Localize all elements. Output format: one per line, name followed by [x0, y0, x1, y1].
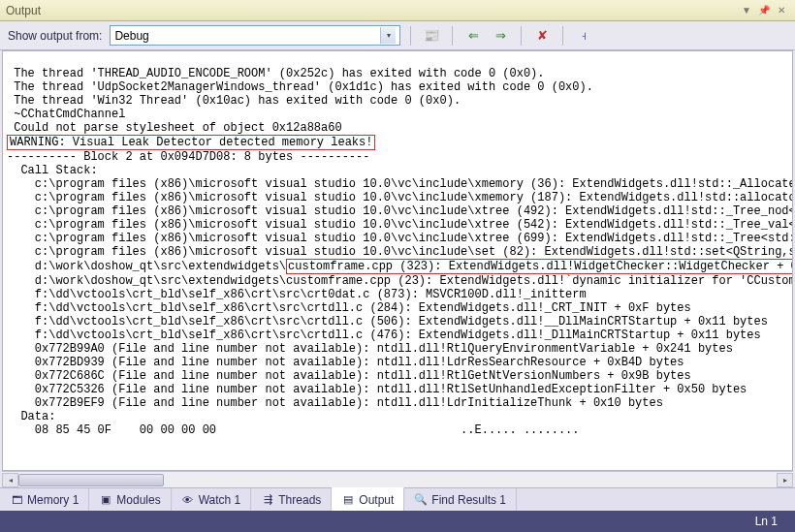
memory-icon: 🗔: [10, 493, 23, 507]
tab-label: Watch 1: [199, 493, 241, 507]
stack-line: c:\program files (x86)\microsoft visual …: [7, 177, 793, 191]
output-text-pane[interactable]: The thread 'THREAD_AUDIO_ENCODE_ROOM' (0…: [2, 50, 793, 471]
data-label: Data:: [7, 410, 55, 423]
tab-label: Find Results 1: [431, 493, 506, 507]
prev-message-button[interactable]: ⇐: [462, 25, 484, 47]
stack-line: c:\program files (x86)\microsoft visual …: [7, 191, 793, 204]
tab-label: Threads: [278, 493, 321, 507]
show-output-label: Show output from:: [8, 29, 102, 43]
scroll-right-arrow[interactable]: ▸: [777, 473, 793, 487]
data-bytes: 08 85 45 0F 00 00 00 00 ..E..... .......…: [7, 423, 580, 437]
tab-label: Output: [359, 493, 394, 507]
separator: [521, 26, 522, 46]
panel-title-controls: ▼ 📌 ✕: [739, 4, 789, 17]
pin-icon[interactable]: 📌: [756, 4, 772, 17]
log-line: The thread 'THREAD_AUDIO_ENCODE_ROOM' (0…: [7, 67, 545, 80]
panel-title-bar: Output ▼ 📌 ✕: [0, 0, 795, 21]
leak-warning: WARNING: Visual Leak Detector detected m…: [7, 135, 375, 150]
stack-line: d:\work\doshow_qt\src\extendwidgets\cust…: [7, 274, 793, 288]
toggle-wordwrap-button[interactable]: ⫞: [573, 25, 594, 47]
stack-line: c:\program files (x86)\microsoft visual …: [7, 232, 793, 245]
tab-threads[interactable]: ⇶ Threads: [251, 488, 332, 511]
stack-line: 0x772BD939 (File and line number not ava…: [7, 356, 684, 369]
stack-line: c:\program files (x86)\microsoft visual …: [7, 245, 793, 259]
close-icon[interactable]: ✕: [774, 4, 789, 17]
next-message-button[interactable]: ⇒: [490, 25, 511, 47]
clear-all-button[interactable]: ✘: [531, 25, 553, 47]
stack-line: c:\program files (x86)\microsoft visual …: [7, 218, 793, 232]
stack-line: 0x772B99A0 (File and line number not ava…: [7, 342, 733, 356]
status-bar: Ln 1: [0, 511, 795, 532]
separator: [410, 26, 411, 46]
panel-title: Output: [6, 4, 41, 17]
line-indicator: Ln 1: [755, 515, 778, 528]
output-toolbar: Show output from: Debug ▾ 📰 ⇐ ⇒ ✘ ⫞: [0, 21, 795, 50]
tab-label: Modules: [116, 493, 160, 507]
stack-line: 0x772B9EF9 (File and line number not ava…: [7, 396, 663, 410]
output-source-dropdown[interactable]: Debug ▾: [110, 25, 400, 46]
dropdown-arrow-icon[interactable]: ▼: [739, 4, 754, 17]
scroll-track[interactable]: [18, 473, 777, 487]
stack-line: 0x772C5326 (File and line number not ava…: [7, 383, 747, 396]
dropdown-value: Debug: [114, 29, 148, 43]
tab-label: Memory 1: [27, 493, 79, 507]
horizontal-scrollbar[interactable]: ◂ ▸: [2, 471, 793, 487]
find-icon: 🔍: [414, 493, 428, 507]
stack-line: f:\dd\vctools\crt_bld\self_x86\crt\src\c…: [7, 329, 761, 342]
tab-memory1[interactable]: 🗔 Memory 1: [0, 488, 89, 511]
output-content: The thread 'THREAD_AUDIO_ENCODE_ROOM' (0…: [3, 51, 793, 453]
find-message-button[interactable]: 📰: [421, 25, 442, 47]
stack-line: 0x772C686C (File and line number not ava…: [7, 369, 691, 383]
stack-line: c:\program files (x86)\microsoft visual …: [7, 204, 793, 218]
bottom-tabs: 🗔 Memory 1 ▣ Modules 👁 Watch 1 ⇶ Threads…: [0, 487, 795, 511]
stack-line: f:\dd\vctools\crt_bld\self_x86\crt\src\c…: [7, 288, 587, 301]
block-header: ---------- Block 2 at 0x094D7D08: 8 byte…: [7, 150, 369, 164]
modules-icon: ▣: [99, 493, 112, 507]
separator: [562, 26, 563, 46]
tab-watch1[interactable]: 👁 Watch 1: [172, 488, 252, 511]
watch-icon: 👁: [181, 493, 195, 507]
stack-line: f:\dd\vctools\crt_bld\self_x86\crt\src\c…: [7, 301, 691, 315]
callstack-label: Call Stack:: [7, 164, 98, 177]
scroll-thumb[interactable]: [18, 474, 164, 486]
log-line: Could not parse stylesheet of object 0x1…: [7, 121, 342, 135]
chevron-down-icon: ▾: [380, 27, 396, 44]
tab-output[interactable]: ▤ Output: [332, 487, 404, 511]
separator: [452, 26, 453, 46]
tab-findresults1[interactable]: 🔍 Find Results 1: [404, 488, 517, 511]
log-line: The thread 'Win32 Thread' (0x10ac) has e…: [7, 94, 461, 108]
output-icon: ▤: [341, 493, 355, 507]
leak-source-highlight: customframe.cpp (323): ExtendWidgets.dll…: [286, 259, 793, 274]
stack-line: f:\dd\vctools\crt_bld\self_x86\crt\src\c…: [7, 315, 768, 329]
stack-line-prefix: d:\work\doshow_qt\src\extendwidgets\: [7, 260, 286, 273]
log-line: The thread 'UdpSocket2ManagerWindows_thr…: [7, 80, 593, 94]
tab-modules[interactable]: ▣ Modules: [89, 488, 171, 511]
threads-icon: ⇶: [261, 493, 274, 507]
log-line: ~CChatCmdChannel: [7, 108, 125, 121]
scroll-left-arrow[interactable]: ◂: [2, 473, 18, 487]
